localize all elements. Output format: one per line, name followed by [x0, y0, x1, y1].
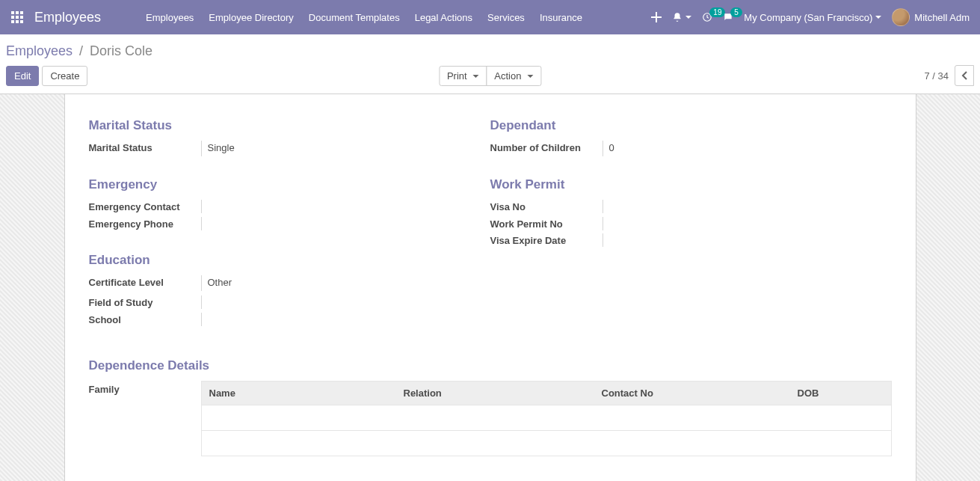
label-emergency-phone: Emergency Phone [89, 217, 201, 233]
col-contact[interactable]: Contact No [594, 382, 790, 405]
nav-link-insurance[interactable]: Insurance [532, 0, 590, 34]
label-num-children: Number of Children [490, 141, 603, 156]
chevron-down-icon [685, 16, 691, 19]
label-marital-status: Marital Status [89, 141, 201, 156]
section-work-permit: Work Permit Visa No Work Permit No Visa … [490, 177, 892, 249]
breadcrumb-sep: / [79, 43, 83, 58]
section-title-work-permit: Work Permit [490, 177, 892, 192]
company-name: My Company (San Francisco) [744, 12, 872, 23]
action-button[interactable]: Action [486, 66, 541, 86]
discuss-icon[interactable]: 5 [723, 12, 733, 22]
svg-rect-8 [20, 20, 23, 23]
brand-title[interactable]: Employees [34, 10, 101, 25]
nav-links: Employees Employee Directory Document Te… [138, 0, 590, 34]
svg-rect-10 [651, 16, 662, 18]
svg-rect-5 [20, 16, 23, 19]
avatar [892, 8, 910, 26]
left-column: Marital Status Marital Status Single Eme… [89, 112, 490, 349]
svg-rect-1 [16, 11, 19, 14]
plus-icon[interactable] [651, 12, 662, 22]
nav-link-document-templates[interactable]: Document Templates [301, 0, 407, 34]
svg-rect-4 [16, 16, 19, 19]
activity-icon[interactable]: 19 [702, 12, 712, 22]
value-certificate-level: Other [208, 277, 232, 288]
section-title-emergency: Emergency [89, 177, 490, 192]
chevron-down-icon [875, 16, 881, 19]
center-actions: Print Action [439, 66, 541, 86]
apps-icon[interactable] [6, 6, 28, 28]
control-bar: Employees / Doris Cole Edit Create Print… [0, 34, 980, 94]
chevron-down-icon [527, 75, 533, 78]
svg-rect-3 [11, 16, 14, 19]
nav-link-services[interactable]: Services [480, 0, 532, 34]
label-work-permit-no: Work Permit No [490, 217, 603, 233]
nav-right: 19 5 My Company (San Francisco) Mitchell… [651, 8, 974, 26]
svg-rect-2 [20, 11, 23, 14]
section-title-dependant: Dependant [490, 118, 892, 133]
section-title-education: Education [89, 253, 490, 268]
breadcrumb-root[interactable]: Employees [6, 43, 73, 58]
nav-link-employees[interactable]: Employees [138, 0, 201, 34]
pager-prev-button[interactable] [955, 65, 974, 86]
discuss-badge: 5 [730, 7, 742, 17]
breadcrumb-current: Doris Cole [90, 43, 152, 58]
family-block: Family Name Relation Contact No DOB [89, 381, 892, 456]
label-visa-no: Visa No [490, 200, 603, 215]
chevron-left-icon [961, 71, 967, 80]
pager: 7 / 34 [924, 65, 974, 86]
right-column: Dependant Number of Children 0 Work Perm… [490, 112, 892, 349]
svg-rect-0 [11, 11, 14, 14]
label-school: School [89, 313, 201, 328]
label-field-of-study: Field of Study [89, 295, 201, 311]
label-family: Family [89, 381, 201, 395]
company-switcher[interactable]: My Company (San Francisco) [744, 12, 881, 23]
col-name[interactable]: Name [202, 382, 396, 405]
label-emergency-contact: Emergency Contact [89, 200, 201, 215]
section-dependant: Dependant Number of Children 0 [490, 118, 892, 156]
pager-count: 7 / 34 [924, 70, 949, 82]
family-table: Name Relation Contact No DOB [201, 381, 892, 456]
top-navbar: Employees Employees Employee Directory D… [0, 0, 980, 34]
family-table-header: Name Relation Contact No DOB [202, 382, 891, 405]
table-row[interactable] [202, 405, 891, 430]
col-dob[interactable]: DOB [790, 382, 891, 405]
bell-icon[interactable] [672, 12, 691, 22]
form-sheet: Marital Status Marital Status Single Eme… [64, 94, 916, 481]
table-row[interactable] [202, 430, 891, 456]
action-label: Action [494, 70, 521, 82]
svg-rect-6 [11, 20, 14, 23]
label-visa-expire: Visa Expire Date [490, 233, 603, 249]
nav-link-legal-actions[interactable]: Legal Actions [407, 0, 480, 34]
page-background: Marital Status Marital Status Single Eme… [0, 94, 980, 481]
value-num-children: 0 [609, 142, 614, 153]
label-certificate-level: Certificate Level [89, 275, 201, 291]
section-marital: Marital Status Marital Status Single [89, 118, 490, 156]
section-education: Education Certificate Level Other Field … [89, 253, 490, 328]
user-name: Mitchell Adm [914, 12, 970, 23]
print-label: Print [447, 70, 467, 82]
create-button[interactable]: Create [42, 66, 87, 86]
nav-link-employee-directory[interactable]: Employee Directory [201, 0, 301, 34]
section-title-dependence: Dependence Details [89, 358, 892, 373]
chevron-down-icon [472, 75, 478, 78]
section-title-marital: Marital Status [89, 118, 490, 133]
user-menu[interactable]: Mitchell Adm [892, 8, 970, 26]
print-button[interactable]: Print [439, 66, 487, 86]
breadcrumb: Employees / Doris Cole [0, 34, 980, 62]
section-emergency: Emergency Emergency Contact Emergency Ph… [89, 177, 490, 233]
edit-button[interactable]: Edit [6, 66, 39, 86]
svg-rect-7 [16, 20, 19, 23]
value-marital-status: Single [208, 142, 235, 153]
col-relation[interactable]: Relation [396, 382, 594, 405]
